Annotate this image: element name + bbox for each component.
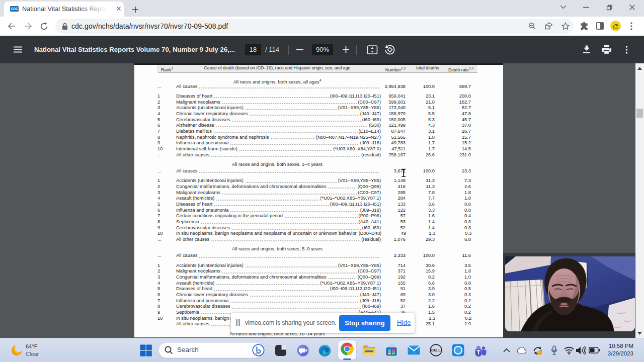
- svg-text:CDC: CDC: [11, 7, 18, 11]
- svg-text:DELL: DELL: [431, 348, 441, 352]
